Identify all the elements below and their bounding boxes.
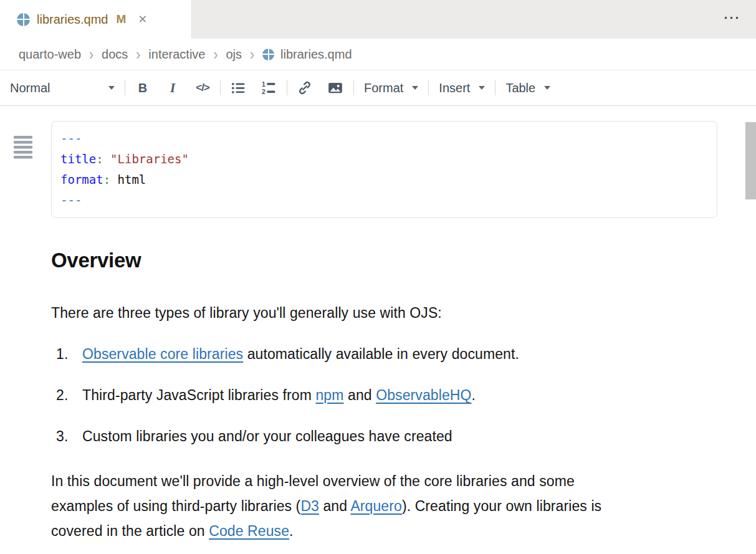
yaml-front-matter-block[interactable]: ---title: "Libraries"format: html--- [51,121,717,218]
breadcrumb-item-docs[interactable]: docs [102,47,128,62]
text-segment: and [319,498,350,514]
intro-paragraph: There are three types of library you'll … [51,300,624,325]
breadcrumb-item-quarto-web[interactable]: quarto-web [19,47,81,62]
format-menu-button[interactable]: Format [364,81,418,95]
numbered-list-button[interactable]: 12 [261,80,277,96]
list-item: 2. Third-party JavaScript libraries from… [51,383,756,408]
text-segment: . [471,387,476,403]
chevron-right-icon: › [136,45,140,64]
breadcrumb-item-interactive[interactable]: interactive [148,47,205,62]
svg-text:1: 1 [262,80,266,87]
chevron-down-icon [479,86,485,90]
bold-button[interactable]: B [135,81,150,95]
paragraph-style-value: Normal [10,81,50,95]
chevron-down-icon [544,86,550,90]
editor-toolbar: Normal B I </> 12 Format Insert Table [0,70,756,106]
bold-icon: B [138,81,147,95]
list-item-text: Observable core libraries automatically … [82,341,656,366]
modified-badge: M [116,12,126,26]
yaml-key: format [60,173,103,186]
insert-menu-label: Insert [439,81,470,95]
code-icon: </> [196,82,209,94]
toolbar-divider [125,80,125,95]
doc-link[interactable]: D3 [300,498,319,514]
yaml-colon: : [103,173,110,186]
breadcrumb-item-file[interactable]: libraries.qmd [262,47,352,62]
tab-title: libraries.qmd [37,12,108,27]
bulleted-list-icon [231,80,246,96]
list-item: 1. Observable core libraries automatical… [51,341,756,366]
toolbar-divider [428,80,429,95]
quarto-file-icon [17,13,30,26]
text-segment: and [344,387,376,403]
breadcrumb-item-ojs[interactable]: ojs [226,47,242,62]
italic-icon: I [170,80,175,96]
breadcrumb-file-label: libraries.qmd [280,47,352,62]
numbered-list: 1. Observable core libraries automatical… [51,341,756,449]
yaml-colon: : [96,152,103,166]
bulleted-list-button[interactable] [231,80,246,96]
list-item-number: 3. [56,424,82,449]
yaml-delimiter: --- [60,131,82,145]
table-menu-button[interactable]: Table [505,81,550,95]
chevron-down-icon [412,86,418,90]
list-item-text: Custom libraries you and/or your colleag… [82,424,656,449]
yaml-line: --- [60,128,708,149]
doc-link[interactable]: Observable core libraries [82,346,243,362]
chevron-right-icon: › [250,45,254,64]
yaml-line: format: html [60,170,708,190]
text-segment: . [289,523,294,539]
link-button[interactable] [297,80,312,95]
italic-button[interactable]: I [165,80,180,96]
toolbar-divider [220,80,221,95]
breadcrumb: quarto-web › docs › interactive › ojs › … [0,39,756,70]
toolbar-divider [495,80,495,95]
block-drag-handle-icon[interactable] [14,136,32,161]
tab-libraries-qmd[interactable]: libraries.qmd M ✕ [0,0,192,39]
tab-bar: libraries.qmd M ✕ ⋯ [0,0,756,39]
image-icon [327,80,343,96]
doc-link[interactable]: npm [315,387,343,403]
list-item: 3. Custom libraries you and/or your coll… [51,424,756,449]
yaml-line: --- [60,190,708,211]
scrollbar-thumb[interactable] [745,122,756,199]
outro-paragraph: In this document we'll provide a high-le… [51,469,624,543]
doc-link[interactable]: ObservableHQ [376,387,471,403]
yaml-line: title: "Libraries" [60,149,708,170]
chevron-right-icon: › [89,45,93,64]
toolbar-divider [287,80,287,95]
format-menu-label: Format [364,81,403,95]
yaml-key: title [60,152,96,166]
close-icon[interactable]: ✕ [138,14,147,25]
page-title: Overview [51,248,756,273]
editor-content: ---title: "Libraries"format: html--- Ove… [0,121,756,554]
text-segment: Custom libraries you and/or your colleag… [82,428,452,444]
chevron-right-icon: › [213,45,218,64]
text-segment: Third-party JavaScript libraries from [82,387,315,403]
more-actions-icon[interactable]: ⋯ [723,7,741,27]
image-button[interactable] [327,80,343,96]
list-item-text: Third-party JavaScript libraries from np… [82,383,656,408]
doc-link[interactable]: Arquero [350,498,402,514]
quarto-file-icon [262,49,274,60]
doc-link[interactable]: Code Reuse [209,523,289,539]
numbered-list-icon: 12 [261,80,277,96]
table-menu-label: Table [505,81,535,95]
yaml-value: html [118,173,146,186]
yaml-value: "Libraries" [110,152,189,166]
chevron-down-icon [108,86,115,90]
svg-text:2: 2 [262,88,266,95]
text-segment: automatically available in every documen… [243,346,519,362]
toolbar-divider [353,80,354,95]
code-button[interactable]: </> [195,82,210,94]
link-icon [297,80,312,95]
insert-menu-button[interactable]: Insert [439,81,485,95]
paragraph-style-select[interactable]: Normal [10,81,115,95]
list-item-number: 2. [56,383,82,408]
list-item-number: 1. [56,341,82,366]
yaml-delimiter: --- [60,193,82,207]
